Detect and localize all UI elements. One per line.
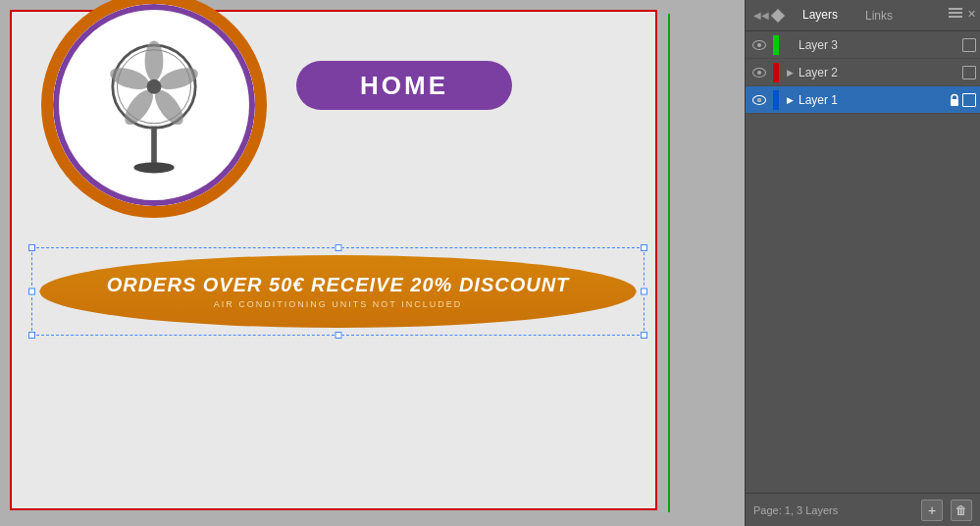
handle-top-left[interactable] (28, 244, 35, 251)
layers-tab-container: Layers Links (773, 2, 906, 29)
layers-diamond-icon (771, 8, 785, 22)
menu-line-1 (949, 8, 962, 10)
svg-point-9 (133, 162, 174, 173)
panel-menu-button[interactable] (949, 8, 962, 18)
discount-banner: orders over 50€ receive 20% Discount AIR… (39, 255, 637, 328)
menu-line-2 (949, 12, 962, 14)
layer-1-expand[interactable]: ▶ (783, 95, 797, 105)
artboard-green-border (668, 14, 670, 512)
panel-header: ◀◀ Layers Links ✕ (746, 0, 980, 31)
eye-icon-3 (752, 40, 766, 50)
layer-3-square (962, 38, 976, 52)
fan-circle-inner (53, 4, 255, 206)
layer-1-lock-icon (947, 92, 962, 108)
home-banner: HOME (296, 61, 512, 110)
layer-2-visibility-toggle[interactable] (749, 63, 769, 82)
layer-1-color (773, 90, 779, 110)
layer-1-visibility-toggle[interactable] (749, 90, 769, 110)
fan-image (95, 31, 213, 179)
layer-2-expand[interactable]: ▶ (783, 68, 797, 78)
canvas-area: HOME orders over 50€ receive 20% Discoun… (0, 0, 745, 526)
handle-bottom-center[interactable] (335, 332, 341, 339)
delete-layer-button[interactable]: 🗑 (951, 500, 972, 521)
discount-sub-text: AIR CONDITIONING UNITS NOT INCLUDED (214, 299, 462, 309)
layer-2-square (962, 66, 976, 79)
layer-row-1[interactable]: ▶ Layer 1 (746, 86, 980, 114)
svg-point-2 (145, 40, 164, 80)
layers-list: Layer 3 ▶ Layer 2 ▶ Layer 1 (746, 31, 980, 493)
eye-icon-1 (752, 95, 766, 105)
handle-bottom-right[interactable] (641, 332, 647, 339)
layer-row-3[interactable]: Layer 3 (746, 31, 980, 59)
layer-1-square (962, 93, 976, 107)
panel-close-button[interactable]: ✕ (967, 8, 976, 21)
handle-mid-left[interactable] (28, 289, 35, 295)
discount-main-text: orders over 50€ receive 20% Discount (107, 274, 570, 296)
layer-3-color (773, 35, 779, 55)
fan-circle-container (41, 0, 267, 218)
home-banner-text: HOME (360, 71, 448, 101)
page-info: Page: 1, 3 Layers (753, 504, 838, 516)
svg-rect-8 (151, 127, 157, 168)
svg-point-7 (147, 79, 162, 94)
menu-line-3 (949, 16, 962, 18)
footer-actions: + 🗑 (921, 500, 972, 521)
handle-top-center[interactable] (335, 244, 341, 251)
handle-bottom-left[interactable] (28, 332, 35, 339)
handle-top-right[interactable] (641, 244, 647, 251)
selection-area[interactable]: orders over 50€ receive 20% Discount AIR… (31, 247, 645, 336)
layer-1-name: Layer 1 (797, 93, 947, 107)
layers-panel: ◀◀ Layers Links ✕ Layer 3 (745, 0, 980, 526)
svg-rect-10 (951, 99, 958, 106)
layer-2-color (773, 63, 779, 82)
layer-3-visibility-toggle[interactable] (749, 35, 769, 55)
eye-icon-2 (752, 68, 766, 78)
artboard: HOME orders over 50€ receive 20% Discoun… (10, 10, 657, 510)
layer-3-name: Layer 3 (797, 38, 962, 52)
tab-layers[interactable]: Layers (789, 2, 851, 29)
layer-2-name: Layer 2 (797, 66, 962, 79)
add-layer-button[interactable]: + (921, 500, 943, 521)
tab-links[interactable]: Links (851, 3, 906, 28)
handle-mid-right[interactable] (641, 289, 647, 295)
layer-row-2[interactable]: ▶ Layer 2 (746, 59, 980, 86)
layers-footer: Page: 1, 3 Layers + 🗑 (746, 493, 980, 526)
collapse-arrows[interactable]: ◀◀ (753, 10, 769, 21)
